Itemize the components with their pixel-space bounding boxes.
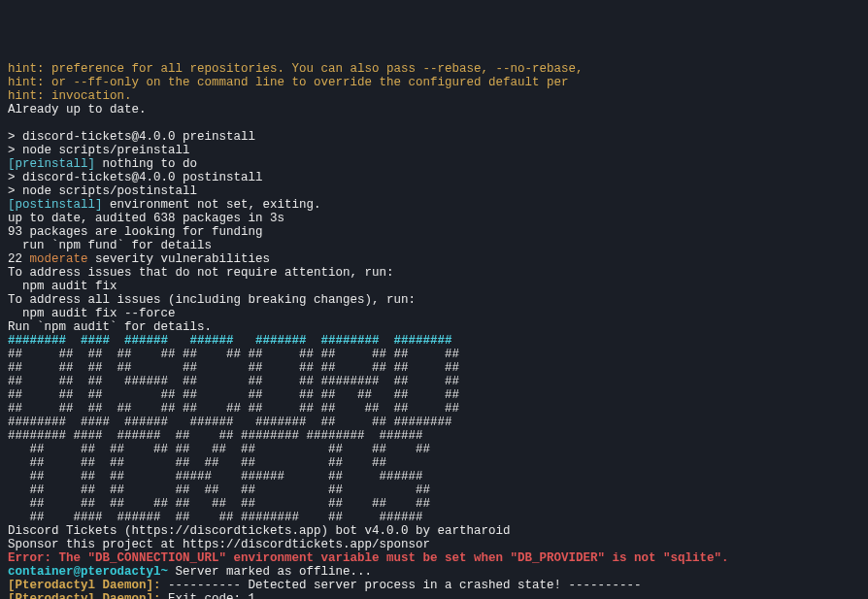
terminal-line: ######## #### ###### ###### ####### ####… (8, 334, 860, 348)
terminal-segment: > discord-tickets@4.0.0 postinstall (8, 171, 263, 184)
terminal-segment: ## ## ## ###### ## ## ## ######## ## ## (8, 375, 459, 388)
terminal-line: > discord-tickets@4.0.0 postinstall (8, 171, 860, 184)
terminal-line: [preinstall] nothing to do (8, 157, 860, 171)
terminal-segment: [Pterodactyl Daemon]: (8, 579, 161, 592)
terminal-line: ######## #### ###### ###### ####### ## #… (8, 416, 860, 429)
terminal-line: container@pterodactyl~ Server marked as … (8, 565, 860, 579)
terminal-segment: ## ## ## ## ## ## ## ## ## ## (8, 497, 452, 511)
terminal-segment: container@pterodactyl~ (8, 565, 168, 579)
terminal-segment: [postinstall] (8, 198, 103, 212)
terminal-segment: 22 (8, 252, 30, 266)
terminal-segment: ## ## ## ##### ###### ## ###### (8, 470, 452, 483)
terminal-segment: Exit code: 1 (161, 592, 256, 599)
terminal-line: ######## #### ###### ## ## ######## ####… (8, 429, 860, 443)
terminal-segment: Server marked as offline... (168, 565, 372, 579)
terminal-line: Already up to date. (8, 103, 860, 116)
terminal-segment: ######## #### ###### ## ## ######## ####… (8, 429, 452, 443)
terminal-segment: up to date, audited 638 packages in 3s (8, 212, 284, 225)
terminal-segment: Error: The "DB_CONNECTION_URL" environme… (8, 551, 729, 565)
terminal-segment: Already up to date. (8, 103, 147, 116)
terminal-line: [postinstall] environment not set, exiti… (8, 198, 860, 212)
terminal-segment: ## ## ## ## ## ## ## ## ## ## (8, 443, 452, 456)
terminal-line: ## ## ## ## ## ## ## ## ## ## (8, 497, 860, 511)
terminal-line: ## #### ###### ## ## ######## ## ###### (8, 511, 860, 524)
terminal-line: Sponsor this project at https://discordt… (8, 538, 860, 551)
terminal-line: run `npm fund` for details (8, 239, 860, 252)
terminal-segment: Run `npm audit` for details. (8, 320, 212, 334)
terminal-segment: ## #### ###### ## ## ######## ## ###### (8, 511, 452, 524)
terminal-segment: hint: preference for all repositories. Y… (8, 62, 584, 76)
terminal-segment: hint: or --ff-only on the command line t… (8, 76, 569, 89)
terminal-line: npm audit fix (8, 280, 860, 293)
terminal-line: Error: The "DB_CONNECTION_URL" environme… (8, 551, 860, 565)
terminal-segment: [preinstall] (8, 157, 95, 171)
terminal-line: 93 packages are looking for funding (8, 225, 860, 239)
terminal-segment: hint: invocation. (8, 89, 132, 103)
terminal-segment: ## ## ## ## ## ## ## ## ## ## ## ## ## (8, 348, 459, 361)
terminal-line (8, 116, 860, 130)
terminal-line: up to date, audited 638 packages in 3s (8, 212, 860, 225)
terminal-segment: ######## #### ###### ###### ####### ## #… (8, 416, 459, 429)
terminal-segment: run `npm fund` for details (8, 239, 212, 252)
terminal-segment: severity vulnerabilities (88, 252, 271, 266)
terminal-line: ## ## ## ## ## ## ## ## ## ## ## ## ## (8, 348, 860, 361)
terminal-line: [Pterodactyl Daemon]: Exit code: 1 (8, 592, 860, 599)
terminal-segment: [Pterodactyl Daemon]: (8, 592, 161, 599)
terminal-line: Run `npm audit` for details. (8, 320, 860, 334)
terminal-line: ## ## ## ##### ###### ## ###### (8, 470, 860, 483)
terminal-segment: Discord Tickets (https://discordtickets.… (8, 524, 511, 538)
terminal-line: ## ## ## ## ## ## ## ## ## ## ## (8, 361, 860, 375)
terminal-segment: > node scripts/postinstall (8, 184, 197, 198)
terminal-line: ## ## ## ## ## ## ## ## ## ## ## (8, 388, 860, 402)
terminal-segment: nothing to do (95, 157, 197, 171)
terminal-segment: ---------- Detected server process in a … (161, 579, 642, 592)
terminal-line: Discord Tickets (https://discordtickets.… (8, 524, 860, 538)
terminal-segment: npm audit fix --force (8, 307, 176, 320)
terminal-segment: > node scripts/preinstall (8, 144, 190, 157)
terminal-line: ## ## ## ###### ## ## ## ######## ## ## (8, 375, 860, 388)
terminal-output: hint: preference for all repositories. Y… (8, 62, 860, 599)
terminal-line: hint: preference for all repositories. Y… (8, 62, 860, 76)
terminal-line: 22 moderate severity vulnerabilities (8, 252, 860, 266)
terminal-segment: Sponsor this project at https://discordt… (8, 538, 430, 551)
terminal-line: ## ## ## ## ## ## ## ## (8, 483, 860, 497)
terminal-segment: ## ## ## ## ## ## ## ## ## ## ## (8, 361, 459, 375)
terminal-segment: ## ## ## ## ## ## ## ## (8, 456, 452, 470)
terminal-line: > discord-tickets@4.0.0 preinstall (8, 130, 860, 144)
terminal-line: [Pterodactyl Daemon]: ---------- Detecte… (8, 579, 860, 592)
terminal-segment: 93 packages are looking for funding (8, 225, 263, 239)
terminal-line: > node scripts/preinstall (8, 144, 860, 157)
terminal-line: npm audit fix --force (8, 307, 860, 320)
terminal-segment: ######## #### ###### ###### ####### ####… (8, 334, 459, 348)
terminal-segment: npm audit fix (8, 280, 117, 293)
terminal-segment: environment not set, exiting. (103, 198, 321, 212)
terminal-line: ## ## ## ## ## ## ## ## ## ## (8, 443, 860, 456)
terminal-line: ## ## ## ## ## ## ## ## ## ## ## ## ## (8, 402, 860, 416)
terminal-line: To address all issues (including breakin… (8, 293, 860, 307)
terminal-line: > node scripts/postinstall (8, 184, 860, 198)
terminal-segment: moderate (30, 252, 88, 266)
terminal-line: ## ## ## ## ## ## ## ## (8, 456, 860, 470)
terminal-segment: To address issues that do not require at… (8, 266, 394, 280)
terminal-line: To address issues that do not require at… (8, 266, 860, 280)
terminal-segment: ## ## ## ## ## ## ## ## ## ## ## (8, 388, 459, 402)
terminal-line: hint: or --ff-only on the command line t… (8, 76, 860, 89)
terminal-segment: ## ## ## ## ## ## ## ## (8, 483, 452, 497)
terminal-line: hint: invocation. (8, 89, 860, 103)
terminal-segment: > discord-tickets@4.0.0 preinstall (8, 130, 255, 144)
terminal-segment: To address all issues (including breakin… (8, 293, 416, 307)
terminal-segment: ## ## ## ## ## ## ## ## ## ## ## ## ## (8, 402, 459, 416)
